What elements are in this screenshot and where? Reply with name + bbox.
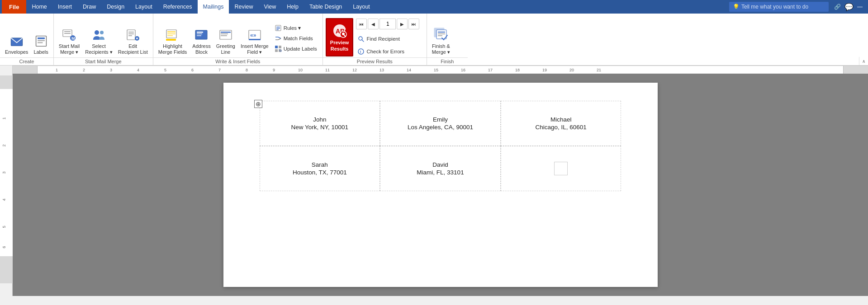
select-recipients-label: SelectRecipients ▾ — [85, 43, 112, 55]
finish-merge-label: Finish &Merge ▾ — [432, 43, 450, 55]
search-bar[interactable]: 💡 — [729, 2, 829, 12]
label-address-3: Houston, TX, 77001 — [293, 169, 347, 176]
menu-bar: File Home Insert Draw Design Layout Refe… — [0, 0, 868, 14]
greeting-line-button[interactable]: GreetingLine — [214, 27, 237, 56]
svg-rect-23 — [166, 39, 176, 41]
svg-rect-21 — [167, 33, 175, 34]
label-cell-3: Sarah Houston, TX, 77001 — [260, 146, 380, 191]
svg-rect-36 — [276, 27, 280, 28]
ruler-container: 1 2 3 4 5 6 7 8 9 10 11 12 13 14 15 16 1… — [0, 66, 868, 74]
start-mail-merge-button[interactable]: M Start MailMerge ▾ — [57, 27, 82, 56]
view-menu[interactable]: View — [258, 0, 281, 14]
update-labels-button[interactable]: ↻ Update Labels — [272, 44, 320, 54]
ruler-corner — [0, 66, 13, 74]
svg-rect-4 — [38, 42, 43, 43]
minimize-icon: — — [857, 4, 863, 10]
highlight-merge-fields-button[interactable]: HighlightMerge Fields — [156, 27, 190, 56]
label-name-0: John — [313, 116, 326, 123]
mailings-menu[interactable]: Mailings — [198, 0, 229, 14]
svg-text:!: ! — [360, 50, 361, 54]
prev-record-button[interactable]: ◀ — [368, 19, 379, 29]
match-fields-button[interactable]: Match Fields — [272, 33, 320, 43]
label-cell-0: John New York, NY, 10001 — [260, 101, 380, 146]
svg-line-54 — [362, 40, 364, 42]
help-menu[interactable]: Help — [281, 0, 304, 14]
review-menu[interactable]: Review — [229, 0, 258, 14]
layout2-menu[interactable]: Layout — [347, 0, 375, 14]
document-area: 1 2 3 4 5 6 ⊕ John New York, NY, 10001 E… — [0, 74, 868, 296]
finish-group-label: Finish — [427, 57, 468, 66]
table-design-menu[interactable]: Table Design — [304, 0, 347, 14]
design-menu[interactable]: Design — [101, 0, 130, 14]
svg-rect-3 — [38, 40, 45, 41]
insert-merge-field-button[interactable]: «» Insert MergeField ▾ — [238, 27, 271, 56]
label-cell-2: Michael Chicago, IL, 60601 — [501, 101, 621, 146]
finish-merge-button[interactable]: Finish &Merge ▾ — [430, 25, 452, 56]
svg-text:10: 10 — [298, 68, 303, 72]
layout-menu[interactable]: Layout — [130, 0, 158, 14]
write-insert-fields-group-label: Write & Insert Fields — [153, 57, 323, 66]
start-mail-merge-buttons: M Start MailMerge ▾ SelectRecipients ▾ — [54, 14, 153, 57]
check-for-errors-button[interactable]: ! Check for Errors — [356, 47, 419, 56]
create-group: Envelopes Labels Create — [0, 14, 54, 66]
svg-text:21: 21 — [597, 68, 601, 72]
rules-button[interactable]: Rules ▾ — [272, 23, 320, 33]
match-fields-label: Match Fields — [284, 36, 313, 41]
insert-merge-field-label: Insert MergeField ▾ — [241, 43, 269, 55]
envelopes-button[interactable]: Envelopes — [3, 33, 30, 56]
svg-rect-22 — [167, 35, 173, 36]
svg-text:5: 5 — [164, 68, 166, 72]
preview-results-icon: ABC — [332, 23, 348, 39]
find-recipient-button[interactable]: Find Recipient — [356, 34, 419, 44]
document-scroll[interactable]: ⊕ John New York, NY, 10001 Emily Los Ang… — [13, 74, 868, 296]
svg-text:4: 4 — [2, 198, 6, 201]
file-menu[interactable]: File — [2, 0, 26, 14]
select-recipients-button[interactable]: SelectRecipients ▾ — [83, 27, 114, 56]
preview-results-button[interactable]: ABC PreviewResults — [326, 18, 354, 56]
svg-rect-86 — [0, 256, 13, 283]
label-name-3: Sarah — [312, 161, 328, 168]
edit-recipient-list-button[interactable]: EditRecipient List — [116, 27, 150, 56]
svg-text:«»: «» — [250, 32, 256, 38]
labels-button[interactable]: Labels — [31, 33, 50, 56]
draw-menu[interactable]: Draw — [77, 0, 101, 14]
svg-text:3: 3 — [2, 171, 6, 174]
finish-group: Finish &Merge ▾ Finish — [427, 14, 468, 66]
horizontal-ruler: 1 2 3 4 5 6 7 8 9 10 11 12 13 14 15 16 1… — [13, 66, 868, 74]
svg-text:12: 12 — [352, 68, 357, 72]
update-labels-icon: ↻ — [275, 45, 282, 52]
svg-line-42 — [278, 38, 281, 40]
svg-text:6: 6 — [191, 68, 194, 72]
home-menu[interactable]: Home — [26, 0, 52, 14]
svg-point-11 — [100, 31, 104, 34]
svg-text:11: 11 — [325, 68, 330, 72]
insert-menu[interactable]: Insert — [52, 0, 77, 14]
svg-rect-45 — [275, 49, 278, 52]
svg-text:3: 3 — [110, 68, 112, 72]
record-number-input[interactable] — [379, 19, 396, 29]
labels-label: Labels — [33, 49, 48, 55]
svg-text:↻: ↻ — [279, 49, 282, 52]
references-menu[interactable]: References — [158, 0, 198, 14]
start-mail-merge-icon: M — [62, 28, 76, 42]
search-input[interactable] — [741, 4, 818, 10]
first-record-button[interactable]: ⏮ — [356, 19, 367, 29]
ribbon-collapse-button[interactable]: ∧ — [859, 57, 868, 65]
svg-text:18: 18 — [515, 68, 520, 72]
preview-results-label: PreviewResults — [330, 40, 349, 52]
rules-icon — [275, 24, 282, 32]
svg-text:20: 20 — [569, 68, 574, 72]
lightbulb-icon: 💡 — [733, 4, 740, 10]
next-record-button[interactable]: ▶ — [397, 19, 408, 29]
last-record-button[interactable]: ⏭ — [408, 19, 419, 29]
svg-rect-43 — [275, 46, 278, 48]
create-group-label: Create — [0, 57, 53, 66]
svg-rect-60 — [438, 33, 445, 34]
comments-icon: 💬 — [844, 3, 854, 11]
svg-rect-14 — [128, 33, 134, 34]
address-block-button[interactable]: AddressBlock — [190, 27, 213, 56]
move-handle[interactable]: ⊕ — [254, 100, 262, 108]
next-record-icon: ▶ — [400, 22, 404, 27]
svg-rect-6 — [64, 31, 71, 32]
svg-rect-30 — [221, 33, 228, 34]
